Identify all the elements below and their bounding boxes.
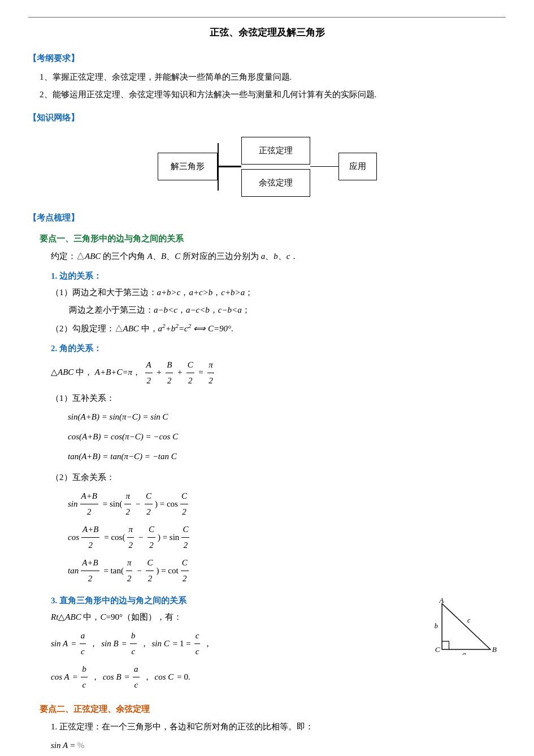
exam-requirements-section: 【考纲要求】 1、掌握正弦定理、余弦定理，并能解决一些简单的三角形度量问题. 2…	[28, 51, 506, 102]
right-tri-formula1: sin A= ac ， sin B= bc ， sin C= 1 = cc ，	[51, 628, 421, 659]
exam-req-item2: 2、能够运用正弦定理、余弦定理等知识和方法解决一些与测量和几何计算有关的实际问题…	[40, 87, 506, 102]
svg-text:C: C	[435, 645, 441, 654]
page-title: 正弦、余弦定理及解三角形	[28, 24, 506, 42]
side-relations-title: 1. 边的关系：	[51, 269, 506, 284]
supp-formula3: tan(A+B) = tan(π−C) = −tan C	[68, 449, 506, 464]
right-triangle-section: 3. 直角三角形中的边与角之间的关系 A B C b c	[28, 593, 506, 696]
knowledge-diagram: 解三角形 正弦定理 余弦定理	[28, 137, 506, 197]
exam-requirements-header: 【考纲要求】	[28, 51, 506, 66]
svg-text:A: A	[439, 598, 444, 604]
diagram-box-sine: 正弦定理	[241, 137, 310, 165]
exam-review-header: 【考点梳理】	[28, 210, 506, 226]
angle-relations-title: 2. 角的关系：	[51, 341, 506, 356]
angle-abc-formula: △ABC 中， A+B+C=π， A2 + B2 + C2 = π2	[51, 357, 506, 388]
point1-title: 要点一、三角形中的边与角之间的关系	[40, 231, 506, 247]
point2-title: 要点二、正弦定理、余弦定理	[40, 702, 506, 717]
supp-formula2: cos(A+B) = cos(π−C) = −cos C	[68, 429, 506, 444]
angle-relations: 2. 角的关系： △ABC 中， A+B+C=π， A2 + B2 + C2 =…	[28, 341, 506, 586]
side-item2: （2）勾股定理：△ABC 中，a2+b2=c2 ⟺ C=90°.	[51, 320, 506, 336]
side-item1: （1）两边之和大于第三边：a+b>c，a+c>b，c+b>a；	[51, 285, 506, 300]
exam-req-item1: 1、掌握正弦定理、余弦定理，并能解决一些简单的三角形度量问题.	[40, 70, 506, 85]
side-item1b: 两边之差小于第三边：a−b<c，a−c<b，c−b<a；	[69, 303, 506, 318]
complementary-label: （2）互余关系：	[51, 470, 506, 485]
knowledge-network-header: 【知识网络】	[28, 110, 506, 126]
side-relations: 1. 边的关系： （1）两边之和大于第三边：a+b>c，a+c>b，c+b>a；…	[28, 269, 506, 336]
diagram-box-left: 解三角形	[158, 153, 218, 180]
supp-formula1: sin(A+B) = sin(π−C) = sin C	[68, 409, 506, 425]
knowledge-network-section: 【知识网络】 解三角形 正弦定理 余弦定理	[28, 110, 506, 197]
diagram-box-right: 应用	[338, 153, 377, 180]
exam-review-section: 【考点梳理】 要点一、三角形中的边与角之间的关系 约定：△ABC 的三个内角 A…	[28, 210, 506, 753]
right-tri-formula2: cos A= bc ， cos B= ac ， cos C= 0.	[51, 662, 421, 693]
comp-formula2: cos A+B2 = cos( π2 − C2 ) = sin C2	[68, 522, 506, 553]
point2-section: 要点二、正弦定理、余弦定理 1. 正弦定理：在一个三角形中，各边和它所对角的正弦…	[28, 702, 506, 753]
comp-formula1: sin A+B2 = sin( π2 − C2 ) = cos C2	[68, 489, 506, 520]
point1-convention: 约定：△ABC 的三个内角 A、B、C 所对应的三边分别为 a、b、c．	[51, 249, 506, 264]
svg-text:B: B	[492, 645, 497, 654]
page-border-top	[28, 17, 506, 18]
svg-text:c: c	[467, 616, 471, 624]
svg-text:a: a	[462, 650, 466, 654]
point1-section: 要点一、三角形中的边与角之间的关系 约定：△ABC 的三个内角 A、B、C 所对…	[28, 231, 506, 696]
diagram-box-cosine: 余弦定理	[241, 169, 310, 197]
sine-theorem-desc: 1. 正弦定理：在一个三角形中，各边和它所对角的正弦的比相等。即：	[51, 719, 506, 735]
comp-formula3: tan A+B2 = tan( π2 − C2 ) = cot C2	[68, 555, 506, 586]
supplementary-label: （1）互补关系：	[51, 391, 506, 406]
svg-text:b: b	[435, 622, 438, 630]
sine-theorem-formula: sin A = %	[51, 738, 506, 753]
triangle-svg: A B C b c a	[432, 598, 500, 655]
triangle-diagram: A B C b c a	[432, 598, 500, 660]
